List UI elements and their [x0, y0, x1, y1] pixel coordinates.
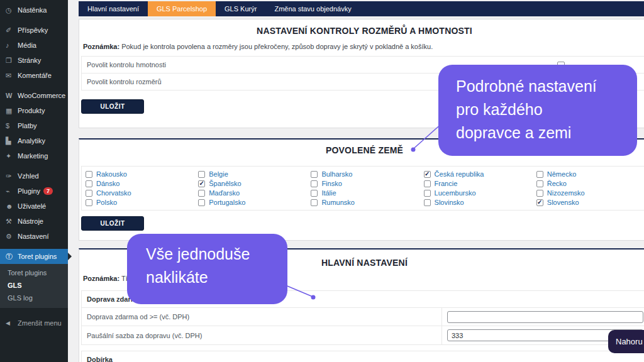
callout-text: Podrobné nastavení	[456, 75, 637, 98]
country-checkbox[interactable]	[86, 171, 92, 178]
plugin-tabbar: Hlavní nastavení GLS Parcelshop GLS Kurý…	[79, 1, 644, 16]
pages-icon: ❐	[6, 57, 18, 65]
country-label[interactable]: Řecko	[547, 180, 567, 187]
sidebar-item-appearance[interactable]: ✑ Vzhled	[0, 168, 68, 184]
country-belgium: Belgie	[198, 170, 311, 178]
country-checkbox[interactable]	[536, 171, 543, 178]
country-label[interactable]: Slovinsko	[435, 199, 464, 206]
sidebar-item-label: Nástroje	[18, 217, 43, 225]
sidebar-item-comments[interactable]: ✉ Komentáře	[0, 68, 68, 83]
tab-order-status-change[interactable]: Změna stavu objednávky	[265, 1, 360, 16]
country-checkbox[interactable]	[311, 199, 318, 206]
sidebar-item-woocommerce[interactable]: W WooCommerce	[0, 88, 68, 103]
tab-gls-courier[interactable]: GLS Kurýr	[216, 1, 265, 16]
sidebar-item-plugins[interactable]: ⌁ Pluginy 7	[0, 184, 68, 199]
collapse-menu-button[interactable]: ◀ Zmenšit menu	[0, 315, 68, 331]
country-checkbox[interactable]	[86, 190, 92, 197]
country-checkbox[interactable]	[536, 190, 543, 197]
country-label[interactable]: Rakousko	[96, 170, 127, 178]
country-checkbox[interactable]	[536, 180, 543, 187]
sidebar-item-label: Příspěvky	[18, 26, 48, 34]
submenu-item-gls-log[interactable]: GLS log	[0, 292, 68, 304]
country-label[interactable]: Německo	[547, 170, 576, 178]
country-label[interactable]: Španělsko	[209, 180, 241, 187]
save-button[interactable]: ULOŽIT	[81, 216, 144, 231]
sidebar-item-payments[interactable]: $ Platby	[0, 118, 68, 133]
country-label[interactable]: Finsko	[321, 180, 341, 187]
sidebar-item-label: WooCommerce	[18, 92, 65, 99]
sidebar-item-label: Uživatelé	[18, 202, 46, 210]
country-label[interactable]: Polsko	[96, 199, 117, 206]
active-menu-arrow	[68, 253, 72, 260]
tools-icon: ⚒	[6, 217, 18, 226]
country-checkbox[interactable]	[198, 190, 205, 197]
country-checkbox[interactable]	[424, 199, 431, 206]
row-flat-rate: Paušální sazba za dopravu (vč. DPH)	[82, 326, 644, 344]
sidebar-item-settings[interactable]: ⚙ Nastavení	[0, 229, 68, 244]
country-hungary: Maďarsko	[198, 189, 311, 197]
free-shipping-from-input[interactable]	[447, 311, 643, 323]
country-label[interactable]: Itálie	[321, 189, 336, 197]
country-label[interactable]: Nizozemsko	[547, 189, 585, 197]
sidebar-item-toret-plugins[interactable]: Ⓣ Toret plugins	[0, 249, 68, 264]
country-denmark: Dánsko	[86, 179, 198, 188]
sidebar-item-posts[interactable]: ✐ Příspěvky	[0, 23, 68, 38]
country-checkbox[interactable]	[424, 180, 431, 187]
sidebar-item-analytics[interactable]: ▙ Analytiky	[0, 133, 68, 148]
user-icon: ☻	[6, 202, 18, 210]
country-label[interactable]: Česká republika	[435, 170, 484, 178]
callout-detailed-settings: Podrobné nastavení pro každého dopravce …	[438, 65, 637, 156]
country-label[interactable]: Portugalsko	[209, 199, 245, 206]
country-label[interactable]: Bulharsko	[321, 170, 352, 178]
woocommerce-icon: W	[6, 92, 18, 99]
sidebar-item-users[interactable]: ☻ Uživatelé	[0, 199, 68, 214]
payments-icon: $	[6, 122, 18, 129]
country-label[interactable]: Dánsko	[96, 180, 119, 187]
callout-text: Vše jednoduše	[146, 243, 287, 266]
sidebar-item-media[interactable]: ♪ Média	[0, 38, 68, 53]
callout-text: naklikáte	[146, 266, 287, 289]
submenu-item-toret-plugins[interactable]: Toret plugins	[0, 266, 68, 279]
submenu-item-gls[interactable]: GLS	[0, 279, 68, 292]
country-checkbox[interactable]	[198, 199, 205, 206]
sidebar-item-products[interactable]: ▦ Produkty	[0, 103, 68, 118]
sidebar-item-label: Toret plugins	[18, 253, 57, 260]
save-button[interactable]: ULOŽIT	[81, 99, 144, 114]
callout-text: pro každého	[456, 98, 637, 121]
country-label[interactable]: Rumunsko	[321, 199, 355, 206]
country-checkbox[interactable]: ✓	[536, 199, 543, 206]
country-checkbox[interactable]	[86, 180, 92, 187]
country-checkbox[interactable]	[424, 190, 431, 197]
country-netherlands: Nizozemsko	[536, 189, 644, 197]
country-checkbox[interactable]	[86, 199, 92, 206]
sidebar-item-tools[interactable]: ⚒ Nástroje	[0, 214, 68, 229]
country-czech-republic: ✓Česká republika	[424, 170, 536, 178]
country-portugal: Portugalsko	[198, 198, 311, 207]
country-label[interactable]: Chorvatsko	[96, 189, 131, 197]
country-checkbox[interactable]	[198, 171, 205, 178]
country-france: Francie	[424, 179, 536, 188]
sidebar-item-marketing[interactable]: ✦ Marketing	[0, 148, 68, 163]
country-label[interactable]: Slovensko	[547, 199, 579, 206]
tab-main-settings[interactable]: Hlavní nastavení	[79, 1, 148, 16]
sidebar-item-dashboard[interactable]: ◷ Nástěnka	[0, 3, 68, 18]
panel-title: NASTAVENÍ KONTROLY ROZMĚRŮ A HMOTNOSTI	[79, 26, 644, 36]
country-checkbox[interactable]	[311, 171, 318, 178]
country-checkbox[interactable]	[311, 190, 318, 197]
country-label[interactable]: Lucembursko	[435, 189, 476, 197]
country-checkbox[interactable]	[311, 180, 318, 187]
country-checkbox[interactable]: ✓	[198, 180, 205, 187]
sidebar-item-label: Nástěnka	[18, 6, 47, 14]
country-label[interactable]: Belgie	[209, 170, 228, 178]
note-label: Poznámka:	[83, 43, 119, 50]
sidebar-item-label: Média	[18, 41, 36, 49]
megaphone-icon: ✦	[6, 152, 18, 160]
sidebar-item-pages[interactable]: ❐ Stránky	[0, 53, 68, 68]
country-romania: Rumunsko	[311, 198, 423, 207]
tab-gls-parcelshop[interactable]: GLS Parcelshop	[148, 1, 216, 16]
country-label[interactable]: Maďarsko	[209, 189, 240, 197]
country-checkbox[interactable]: ✓	[424, 171, 431, 178]
collapse-arrow-icon: ◀	[6, 320, 18, 326]
country-label[interactable]: Francie	[435, 180, 458, 187]
back-to-top-button[interactable]: Nahoru	[608, 330, 644, 353]
